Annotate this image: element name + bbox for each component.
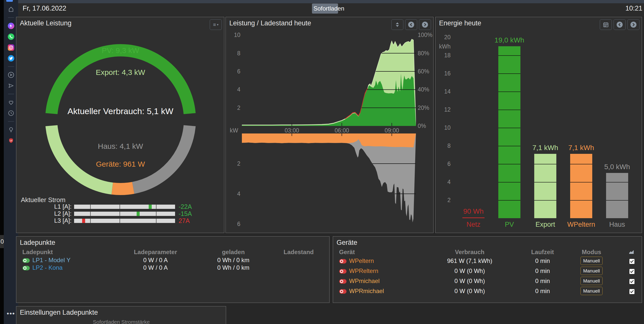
y-tick-kwh: 2 <box>440 197 451 204</box>
row-checkbox[interactable] <box>629 279 634 284</box>
phase-gauge <box>74 212 175 216</box>
sidebar-divider <box>8 94 14 94</box>
panel-energie-heute: Energie heute kWh 90 WhNetz19,0 kWhPV7,1… <box>435 17 642 233</box>
toggle-icon[interactable] <box>339 259 347 264</box>
sidebar-heart-icon[interactable] <box>7 99 15 106</box>
verbrauch-cell: 0 W (0 Wh) <box>422 288 517 295</box>
toggle-icon[interactable] <box>339 269 347 274</box>
ladeparameter-cell: 0 W / 0 A <box>118 264 193 271</box>
gauge-tick <box>90 212 91 216</box>
power-area-chart-lower <box>242 133 416 232</box>
phase-gauge <box>74 205 175 209</box>
gauge-label: Geräte: 961 W <box>16 160 225 168</box>
x-tick-time: 06:00 <box>332 127 352 134</box>
panel-title: Einstellungen Ladepunkte <box>20 309 98 316</box>
geraet-name-cell[interactable]: WPRmichael <box>339 288 422 295</box>
ladepunkt-name-cell[interactable]: LP2 - Kona <box>22 264 118 271</box>
bar-gridlines <box>498 46 520 218</box>
sidebar-send-icon[interactable] <box>7 82 15 89</box>
bar-value-label: 19,0 kWh <box>484 36 534 44</box>
sofortladen-stromstaerke-label: Sofortladen Stromstärke <box>16 319 226 324</box>
next-day-button[interactable] <box>627 19 639 30</box>
phase-value: 27A <box>179 217 199 224</box>
sort-toggle-button[interactable] <box>391 19 403 30</box>
y-tick-kwh: 6 <box>440 161 451 167</box>
sidebar-lightbulb-icon[interactable] <box>7 126 15 133</box>
geraet-name-cell[interactable]: WPReltern <box>339 267 422 274</box>
row-checkbox[interactable] <box>629 269 634 274</box>
energy-bar-column: 7,1 kWhWPeltern <box>570 17 592 218</box>
y-tick-percent: 40% <box>418 86 429 93</box>
x-tick-time: 09:00 <box>382 127 402 134</box>
verbrauch-cell: 0 W (0 Wh) <box>422 267 517 274</box>
geraet-name-cell[interactable]: WPeltern <box>339 257 422 264</box>
verbrauch-cell: 961 W (7,1 kWh) <box>422 257 517 264</box>
geladen-cell: 0 Wh / 0 km <box>193 264 274 271</box>
toggle-icon[interactable] <box>339 279 347 284</box>
modus-cell: Manuell <box>568 287 615 295</box>
ladepunkt-name[interactable]: LP2 - Kona <box>32 264 63 271</box>
toggle-icon[interactable] <box>22 266 30 270</box>
geraet-row: WPeltern961 W (7,1 kWh)0 minManuell <box>339 257 638 265</box>
sort-icon <box>396 22 399 27</box>
chevron-right-circle-icon <box>630 21 637 28</box>
energy-bar <box>462 217 485 218</box>
sidebar-whatsapp-icon[interactable] <box>7 33 15 40</box>
sidebar-clock-icon[interactable] <box>7 109 15 117</box>
gauge-segment <box>112 182 134 195</box>
modus-button[interactable]: Manuell <box>580 277 603 285</box>
y-tick-kw-lower: 4 <box>230 191 240 197</box>
sidebar-instagram-icon[interactable] <box>7 44 15 51</box>
panel-title: Leistung / Ladestand heute <box>229 19 311 27</box>
ladepunkt-name-cell[interactable]: LP1 - Model Y <box>22 257 118 264</box>
column-header: Ladestand <box>274 249 324 256</box>
y-tick-kwh: 14 <box>440 88 451 95</box>
gauge-tick <box>90 205 91 209</box>
modus-button[interactable]: Manuell <box>580 267 603 275</box>
checkbox-cell <box>615 288 635 295</box>
geraet-name[interactable]: WPmichael <box>349 277 380 284</box>
bar-gridlines <box>534 154 556 218</box>
panel-title: Aktuelle Leistung <box>20 19 72 27</box>
y-tick-percent: 20% <box>418 105 429 111</box>
sidebar-twitter-icon[interactable] <box>7 55 15 62</box>
geraet-name[interactable]: WPeltern <box>349 257 374 264</box>
bar-category-label: Haus <box>592 221 642 228</box>
gauge-tick <box>120 212 120 216</box>
geraet-row: WPReltern0 W (0 Wh)0 minManuell <box>339 267 638 275</box>
sidebar-messenger-icon[interactable] <box>7 22 15 30</box>
sidebar-play-circle-icon[interactable] <box>7 71 15 79</box>
geraet-row: WPRmichael0 W (0 Wh)0 minManuell <box>339 287 638 295</box>
row-checkbox[interactable] <box>629 259 634 264</box>
panel-leistung-ladestand: Leistung / Ladestand heute 108642100%80%… <box>226 17 434 233</box>
toggle-icon[interactable] <box>22 258 30 263</box>
sidebar-divider <box>8 17 14 18</box>
hamburger-icon: ≡ <box>213 22 216 28</box>
energy-bar <box>570 154 592 218</box>
next-day-button[interactable] <box>419 19 431 30</box>
sidebar-divider <box>8 66 14 67</box>
panel-geraete: Geräte GerätVerbrauchLaufzeitModusWPelte… <box>333 236 642 303</box>
toggle-icon[interactable] <box>339 289 347 294</box>
sofortladen-button[interactable]: Sofortladen <box>312 4 338 14</box>
geraet-name[interactable]: WPReltern <box>349 267 378 274</box>
phase-label: L1 [A]: <box>44 203 72 210</box>
modus-button[interactable]: Manuell <box>580 257 603 265</box>
gauge-tick <box>120 219 120 223</box>
y-tick-kwh: 20 <box>440 34 451 41</box>
browser-tab-indicator[interactable] <box>6 0 13 2</box>
sidebar-shield-icon[interactable]: LO <box>7 137 15 144</box>
aktueller-strom-label: Aktueller Strom <box>21 196 66 204</box>
gauge-label: PV: 9,3 kW <box>16 46 225 55</box>
geraet-row: WPmichael0 W (0 Wh)0 minManuell <box>339 277 638 285</box>
geraet-name-cell[interactable]: WPmichael <box>339 277 422 285</box>
laufzeit-cell: 0 min <box>517 288 568 295</box>
prev-day-button[interactable] <box>405 19 417 30</box>
modus-cell: Manuell <box>568 277 615 285</box>
modus-button[interactable]: Manuell <box>580 287 603 295</box>
sidebar-home-icon[interactable] <box>7 6 15 13</box>
geraet-name[interactable]: WPRmichael <box>349 288 384 294</box>
gauge-label: Haus: 4,1 kW <box>16 142 225 151</box>
row-checkbox[interactable] <box>629 289 634 294</box>
ladepunkt-name[interactable]: LP1 - Model Y <box>32 257 71 263</box>
